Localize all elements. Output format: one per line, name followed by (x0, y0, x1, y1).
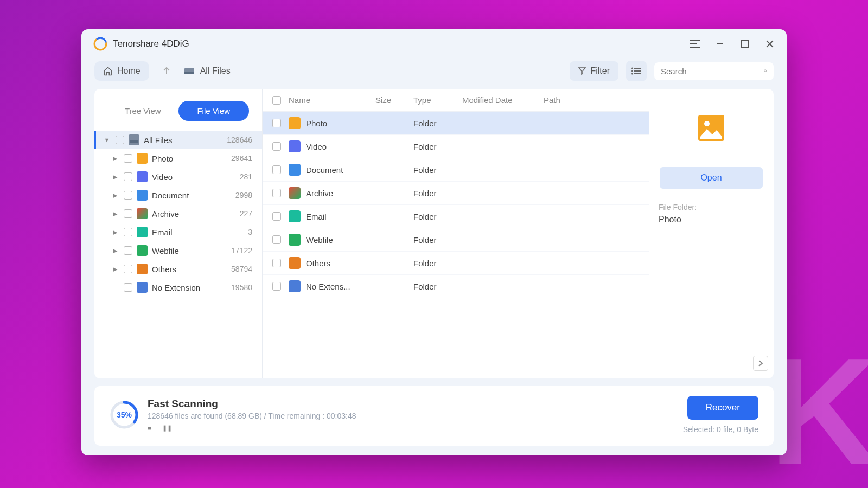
chevron-right-icon[interactable]: ▶ (111, 266, 119, 273)
tree-label: Archive (152, 209, 240, 219)
checkbox[interactable] (124, 191, 132, 200)
select-all-checkbox[interactable] (272, 96, 281, 105)
tree-item-no-extension[interactable]: No Extension19580 (94, 278, 262, 297)
checkbox[interactable] (124, 265, 132, 273)
checkbox[interactable] (272, 142, 281, 151)
checkbox[interactable] (272, 235, 281, 244)
open-button[interactable]: Open (660, 167, 763, 189)
checkbox[interactable] (124, 228, 132, 236)
menu-icon[interactable] (690, 39, 700, 49)
col-modified[interactable]: Modified Date (462, 95, 544, 105)
drive-icon (184, 67, 195, 75)
checkbox[interactable] (272, 165, 281, 174)
tree-label: All Files (144, 136, 227, 145)
row-name: Video (306, 142, 375, 151)
checkbox[interactable] (272, 212, 281, 221)
list-icon (631, 67, 641, 75)
checkbox[interactable] (124, 246, 132, 255)
chevron-right-icon[interactable]: ▶ (111, 210, 119, 217)
window-controls (690, 39, 775, 49)
checkbox[interactable] (272, 119, 281, 127)
expand-panel-button[interactable] (753, 356, 768, 371)
checkbox[interactable] (124, 154, 132, 163)
tree-item-webfile[interactable]: ▶Webfile17122 (94, 241, 262, 260)
filter-label: Filter (590, 66, 610, 76)
scan-progress-ring: 35% (110, 400, 139, 429)
row-name: Webfile (306, 235, 375, 245)
recover-button[interactable]: Recover (687, 396, 758, 420)
tree-item-email[interactable]: ▶Email3 (94, 223, 262, 241)
chevron-right-icon[interactable]: ▶ (111, 247, 119, 254)
stop-scan-button[interactable]: ■ (148, 425, 151, 432)
list-row[interactable]: No Extens...Folder (263, 275, 649, 298)
checkbox[interactable] (272, 282, 281, 291)
selected-info: Selected: 0 file, 0 Byte (683, 425, 758, 434)
chevron-right-icon[interactable]: ▶ (111, 155, 119, 162)
col-size[interactable]: Size (375, 95, 413, 105)
chevron-down-icon[interactable]: ▼ (103, 137, 111, 143)
list-row[interactable]: WebfileFolder (263, 228, 649, 252)
app-logo-icon (93, 37, 107, 51)
tree-item-video[interactable]: ▶Video281 (94, 168, 262, 186)
nav-up-button[interactable] (157, 61, 176, 81)
chevron-right-icon (758, 359, 763, 367)
titlebar-left: Tenorshare 4DDiG (93, 37, 189, 51)
drive-icon (129, 134, 139, 145)
list-row[interactable]: EmailFolder (263, 205, 649, 228)
breadcrumb[interactable]: All Files (184, 66, 231, 76)
tree-item-document[interactable]: ▶Document2998 (94, 186, 262, 204)
svg-point-8 (764, 70, 767, 72)
col-path[interactable]: Path (544, 95, 639, 105)
checkbox[interactable] (272, 259, 281, 267)
checkbox[interactable] (124, 172, 132, 181)
maximize-icon[interactable] (740, 39, 750, 49)
checkbox[interactable] (124, 283, 132, 292)
list-row[interactable]: ArchiveFolder (263, 182, 649, 205)
chevron-right-icon[interactable]: ▶ (111, 192, 119, 199)
checkbox[interactable] (272, 189, 281, 197)
row-name: Photo (306, 119, 375, 128)
tab-tree-view[interactable]: Tree View (107, 101, 178, 121)
col-name[interactable]: Name (289, 95, 375, 105)
category-icon (137, 171, 148, 182)
col-type[interactable]: Type (413, 95, 462, 105)
tree-count: 227 (240, 209, 252, 218)
scan-info: Fast Scanning 128646 files are found (68… (148, 398, 683, 432)
home-icon (103, 66, 113, 76)
row-name: Document (306, 165, 375, 175)
chevron-right-icon[interactable]: ▶ (111, 174, 119, 181)
tree-item-archive[interactable]: ▶Archive227 (94, 204, 262, 223)
svg-rect-10 (130, 140, 138, 143)
tree-root-all-files[interactable]: ▼ All Files 128646 (94, 131, 262, 149)
svg-point-5 (631, 68, 633, 69)
row-name: Email (306, 212, 375, 221)
chevron-right-icon[interactable]: ▶ (111, 229, 119, 236)
svg-point-6 (631, 70, 633, 72)
home-button[interactable]: Home (94, 61, 149, 81)
tab-file-view[interactable]: File View (178, 101, 250, 121)
list-row[interactable]: DocumentFolder (263, 158, 649, 182)
minimize-icon[interactable] (715, 39, 725, 49)
tree-item-others[interactable]: ▶Others58794 (94, 260, 262, 278)
tree-label: Others (152, 265, 231, 274)
progress-percent: 35% (110, 400, 139, 429)
list-row[interactable]: PhotoFolder (263, 112, 649, 135)
filter-button[interactable]: Filter (570, 61, 618, 81)
close-icon[interactable] (765, 39, 775, 49)
list-row[interactable]: VideoFolder (263, 135, 649, 158)
row-type: Folder (413, 119, 462, 128)
category-icon (137, 190, 148, 201)
view-mode-button[interactable] (626, 61, 647, 81)
sidebar: Tree View File View ▼ All Files 128646 ▶… (94, 89, 263, 378)
tree-count: 2998 (235, 191, 252, 200)
search-box[interactable] (654, 62, 774, 80)
tree-item-photo[interactable]: ▶Photo29641 (94, 149, 262, 168)
checkbox[interactable] (124, 209, 132, 218)
checkbox[interactable] (116, 136, 124, 144)
tree-label: Webfile (152, 246, 231, 255)
list-row[interactable]: OthersFolder (263, 252, 649, 275)
tree-count: 29641 (231, 154, 252, 163)
search-input[interactable] (661, 67, 764, 76)
file-type-icon (289, 140, 301, 152)
pause-scan-button[interactable]: ❚❚ (162, 425, 172, 432)
